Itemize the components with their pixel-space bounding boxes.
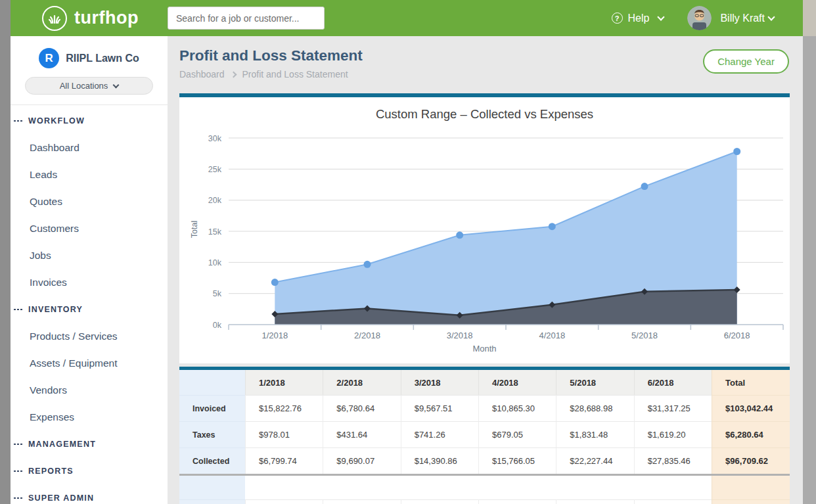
help-question-icon: ? bbox=[612, 12, 623, 24]
table-col-header: 2/2018 bbox=[323, 370, 400, 395]
cell-value: $31,317.25 bbox=[634, 395, 712, 421]
user-menu[interactable]: Billy Kraft bbox=[720, 12, 774, 24]
sidebar-item-products-services[interactable]: Products / Services bbox=[11, 323, 168, 350]
cell-value: $1,619.20 bbox=[634, 421, 712, 447]
x-axis-label: Month bbox=[179, 344, 790, 354]
sidebar-item-leads[interactable]: Leads bbox=[11, 161, 168, 188]
chart-point-collected[interactable] bbox=[549, 223, 556, 230]
x-axis-tick-label: 5/2018 bbox=[631, 331, 658, 340]
y-axis-tick-label: 25k bbox=[208, 165, 222, 174]
sidebar-nav: WORKFLOWDashboardLeadsQuotesCustomersJob… bbox=[11, 107, 168, 504]
user-avatar[interactable] bbox=[687, 6, 712, 30]
scrollbar-track[interactable] bbox=[803, 0, 816, 504]
dashed-line-icon bbox=[14, 444, 22, 445]
chart-point-collected[interactable] bbox=[733, 148, 740, 155]
section-label: SUPER ADMIN bbox=[28, 493, 94, 503]
sidebar-item-vendors[interactable]: Vendors bbox=[11, 377, 168, 403]
sidebar-item-invoices[interactable]: Invoices bbox=[11, 269, 168, 296]
table-col-header-total: Total bbox=[712, 370, 790, 395]
company-selector[interactable]: R RIIPL Lawn Co bbox=[11, 48, 168, 68]
section-label: MANAGEMENT bbox=[28, 440, 96, 449]
cell-total: $6,280.64 bbox=[712, 421, 790, 447]
dashed-line-icon bbox=[14, 309, 22, 310]
table-row-taxes: Taxes$978.01$431.64$741.26$679.05$1,831.… bbox=[179, 421, 790, 447]
top-navbar: turfhop ? Help Billy Kraft bbox=[11, 0, 803, 36]
table-card: 1/20182/20183/20184/20185/20186/2018Tota… bbox=[179, 367, 790, 504]
breadcrumb-dashboard[interactable]: Dashboard bbox=[179, 69, 225, 80]
sidebar-item-quotes[interactable]: Quotes bbox=[11, 188, 168, 215]
y-axis-tick-label: 20k bbox=[208, 196, 222, 205]
cell-value: $28,688.98 bbox=[556, 395, 633, 421]
sidebar-section-reports[interactable]: REPORTS bbox=[11, 457, 168, 484]
sidebar-section-super-admin[interactable]: SUPER ADMIN bbox=[11, 484, 168, 504]
row-label: Collected bbox=[179, 447, 245, 474]
cell-total: $1,401.23 bbox=[712, 499, 790, 504]
table-col-header: 6/2018 bbox=[634, 370, 712, 395]
chart-svg: 0k5k10k15k20k25k30k1/20182/20183/20184/2… bbox=[179, 97, 790, 359]
cell-value: $431.64 bbox=[323, 421, 400, 447]
dashed-line-icon bbox=[14, 497, 22, 499]
turfhop-logo[interactable]: turfhop bbox=[42, 6, 139, 31]
sidebar-item-dashboard[interactable]: Dashboard bbox=[11, 134, 168, 161]
sidebar-item-jobs[interactable]: Jobs bbox=[11, 242, 168, 269]
sidebar-section-workflow[interactable]: WORKFLOW bbox=[11, 107, 168, 134]
cell-value: $679.05 bbox=[478, 421, 556, 447]
help-label: Help bbox=[628, 12, 650, 24]
chart-point-collected[interactable] bbox=[364, 261, 371, 268]
table-row-collected: Collected$6,799.74$9,690.07$14,390.86$15… bbox=[179, 447, 790, 474]
company-name: RIIPL Lawn Co bbox=[66, 53, 139, 64]
x-axis-tick-label: 1/2018 bbox=[261, 331, 288, 340]
cell-value: $22,227.44 bbox=[556, 447, 633, 474]
table-spacer-row bbox=[179, 476, 790, 499]
sidebar-item-expenses[interactable]: Expenses bbox=[11, 403, 168, 430]
chevron-down-icon bbox=[767, 13, 775, 20]
cell-total: $103,042.44 bbox=[712, 395, 790, 421]
cell-value: $6,780.64 bbox=[323, 395, 400, 421]
company-badge-icon: R bbox=[39, 48, 59, 68]
chart-point-collected[interactable] bbox=[271, 279, 279, 286]
sidebar-item-assets-equipment[interactable]: Assets / Equipment bbox=[11, 350, 168, 377]
cell-value: $15,822.76 bbox=[245, 395, 323, 421]
table-row-invoiced: Invoiced$15,822.76$6,780.64$9,567.51$10,… bbox=[179, 395, 790, 421]
grass-logo-icon bbox=[42, 6, 67, 31]
table-col-header: 5/2018 bbox=[556, 370, 633, 395]
chart-point-collected[interactable] bbox=[456, 231, 463, 239]
cell-value: $9,567.51 bbox=[401, 395, 478, 421]
help-menu[interactable]: ? Help bbox=[612, 12, 664, 24]
cell-value: $741.26 bbox=[401, 421, 478, 447]
table-col-header: 3/2018 bbox=[401, 370, 478, 395]
row-label: Invoiced bbox=[179, 395, 245, 421]
x-axis-tick-label: 3/2018 bbox=[447, 331, 473, 340]
breadcrumb: Dashboard Profit and Loss Statement bbox=[179, 69, 348, 80]
section-label: WORKFLOW bbox=[28, 116, 85, 126]
window-left-edge bbox=[0, 0, 11, 504]
y-axis-tick-label: 10k bbox=[208, 258, 222, 267]
chevron-down-icon bbox=[658, 13, 665, 20]
locations-dropdown[interactable]: All Locations bbox=[25, 77, 153, 95]
cell-value: $14,390.86 bbox=[401, 447, 478, 474]
search-input[interactable] bbox=[168, 7, 325, 30]
x-axis-tick-label: 2/2018 bbox=[354, 331, 380, 340]
table-row-contract-labor: Contract Labor$0.00$842.55$0.00$558.68$0… bbox=[179, 499, 790, 504]
dashed-line-icon bbox=[14, 120, 22, 122]
cell-value: $15,766.05 bbox=[478, 447, 556, 474]
sidebar-section-inventory[interactable]: INVENTORY bbox=[11, 296, 168, 323]
user-name: Billy Kraft bbox=[720, 12, 765, 24]
y-axis-tick-label: 15k bbox=[208, 227, 222, 237]
pl-table: 1/20182/20183/20184/20185/20186/2018Tota… bbox=[179, 370, 790, 504]
change-year-button[interactable]: Change Year bbox=[703, 49, 789, 74]
sidebar-section-management[interactable]: MANAGEMENT bbox=[11, 430, 168, 457]
table-col-header: 1/2018 bbox=[245, 370, 323, 395]
cell-value: $558.68 bbox=[478, 499, 556, 504]
main-content: Profit and Loss Statement Dashboard Prof… bbox=[168, 36, 803, 504]
section-label: REPORTS bbox=[28, 467, 74, 476]
dashed-line-icon bbox=[14, 470, 22, 472]
sidebar-header: R RIIPL Lawn Co All Locations bbox=[11, 36, 168, 105]
table-header-row: 1/20182/20183/20184/20185/20186/2018Tota… bbox=[179, 370, 790, 395]
sidebar-item-customers[interactable]: Customers bbox=[11, 215, 168, 242]
cell-total: $96,709.62 bbox=[712, 447, 790, 474]
chart-point-collected[interactable] bbox=[641, 183, 648, 190]
spacer-label bbox=[179, 476, 245, 499]
spacer-middle bbox=[245, 476, 712, 499]
scrollbar-thumb[interactable] bbox=[803, 36, 816, 504]
